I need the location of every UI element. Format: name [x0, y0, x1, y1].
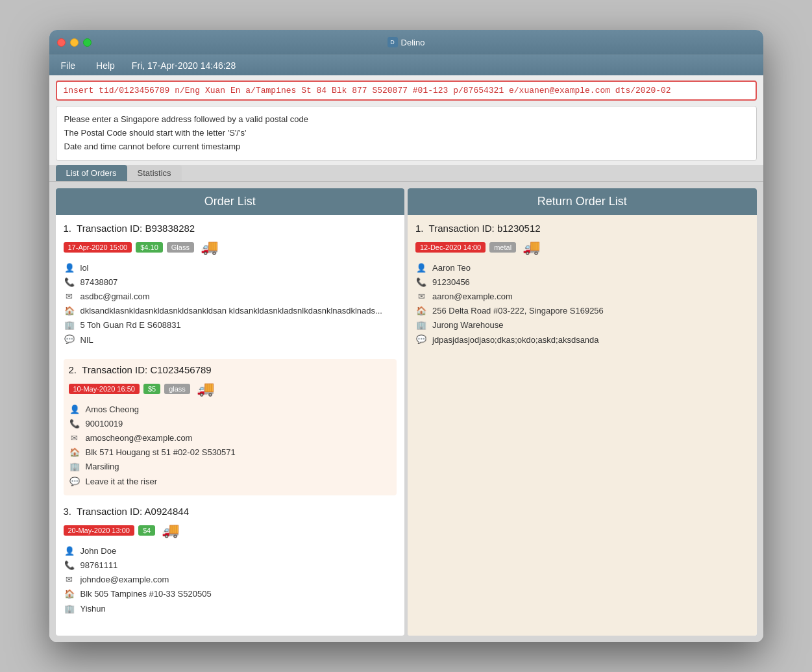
home-icon-1: 🏠	[64, 305, 75, 317]
return-home-icon-1: 🏠	[415, 305, 427, 317]
person-icon-1: 👤	[64, 262, 75, 274]
return-order-detail-warehouse-1: 🏢 Jurong Warehouse	[415, 319, 749, 331]
truck-icon-2: 🚚	[197, 380, 214, 397]
order-list-body[interactable]: 1. Transaction ID: B93838282 17-Apr-2020…	[56, 215, 405, 636]
return-order-list-panel: Return Order List 1. Transaction ID: b12…	[408, 188, 757, 636]
order-item-2: 2. Transaction ID: C1023456789 10-May-20…	[64, 359, 397, 495]
email-icon-2: ✉	[69, 432, 80, 444]
order-detail-name-1: 👤 lol	[64, 262, 397, 274]
truck-icon-3: 🚚	[162, 522, 179, 539]
order-detail-email-3: ✉ johndoe@example.com	[64, 574, 397, 586]
output-area: Please enter a Singapore address followe…	[56, 106, 757, 160]
return-order-badges-1: 12-Dec-2020 14:00 metal 🚚	[415, 239, 749, 256]
order-list-panel: Order List 1. Transaction ID: B93838282 …	[56, 188, 405, 636]
home-icon-3: 🏠	[64, 588, 75, 600]
order-badges-2: 10-May-2020 16:50 $5 glass 🚚	[69, 380, 392, 397]
order-detail-name-2: 👤 Amos Cheong	[69, 404, 392, 416]
app-icon: D	[388, 37, 398, 47]
home-icon-2: 🏠	[69, 447, 80, 458]
order-type-badge-1: Glass	[167, 242, 194, 253]
remarks-icon-1: 💬	[64, 334, 75, 346]
titlebar: D Delino	[49, 30, 763, 55]
output-line-2: The Postal Code should start with the le…	[64, 127, 748, 140]
order-detail-address-2: 🏠 Blk 571 Hougang st 51 #02-02 S530571	[69, 447, 392, 458]
minimize-button[interactable]	[70, 38, 79, 47]
output-line-1: Please enter a Singapore address followe…	[64, 113, 748, 127]
remarks-icon-2: 💬	[69, 476, 80, 488]
close-button[interactable]	[57, 38, 66, 47]
tabs-bar: List of Orders Statistics	[49, 165, 763, 182]
content-area: Order List 1. Transaction ID: B93838282 …	[49, 182, 763, 642]
order-detail-address2-3: 🏢 Yishun	[64, 603, 397, 615]
phone-icon-2: 📞	[69, 418, 80, 430]
command-area	[49, 75, 763, 106]
tab-list-of-orders[interactable]: List of Orders	[56, 165, 127, 181]
truck-icon-1: 🚚	[201, 239, 218, 256]
order-list-header: Order List	[56, 188, 405, 215]
maximize-button[interactable]	[83, 38, 92, 47]
order-price-badge-2: $5	[143, 384, 160, 394]
return-phone-icon-1: 📞	[415, 277, 427, 288]
return-email-icon-1: ✉	[415, 291, 427, 303]
order-title-2: 2. Transaction ID: C1023456789	[69, 364, 392, 375]
warehouse-icon-2: 🏢	[69, 461, 80, 473]
return-order-list-header: Return Order List	[408, 188, 757, 215]
return-truck-icon-1: 🚚	[523, 239, 540, 256]
menubar: File Help Fri, 17-Apr-2020 14:46:28	[49, 55, 763, 75]
phone-icon-1: 📞	[64, 277, 75, 288]
email-icon-3: ✉	[64, 574, 75, 586]
order-detail-email-2: ✉ amoscheong@example.com	[69, 432, 392, 444]
app-window: D Delino File Help Fri, 17-Apr-2020 14:4…	[49, 30, 763, 642]
order-date-badge-3: 20-May-2020 13:00	[64, 525, 134, 536]
traffic-lights	[57, 38, 92, 47]
return-order-list-body[interactable]: 1. Transaction ID: b1230512 12-Dec-2020 …	[408, 215, 757, 636]
return-person-icon-1: 👤	[415, 262, 427, 274]
order-badges-1: 17-Apr-2020 15:00 $4.10 Glass 🚚	[64, 239, 397, 256]
warehouse-icon-3: 🏢	[64, 603, 75, 615]
datetime-display: Fri, 17-Apr-2020 14:46:28	[132, 60, 236, 71]
return-order-detail-email-1: ✉ aaron@example.com	[415, 291, 749, 303]
order-badges-3: 20-May-2020 13:00 $4 🚚	[64, 522, 397, 539]
order-detail-remarks-2: 💬 Leave it at the riser	[69, 476, 392, 488]
return-order-item-1: 1. Transaction ID: b1230512 12-Dec-2020 …	[415, 223, 749, 346]
order-price-badge-1: $4.10	[136, 242, 163, 253]
order-date-badge-2: 10-May-2020 16:50	[69, 384, 140, 394]
order-type-badge-2: glass	[164, 384, 190, 394]
return-order-detail-remarks-1: 💬 jdpasjdasjodjaso;dkas;okdo;askd;aksdsa…	[415, 334, 749, 346]
order-title-1: 1. Transaction ID: B93838282	[64, 223, 397, 234]
return-remarks-icon-1: 💬	[415, 334, 427, 346]
command-input[interactable]	[56, 81, 757, 101]
person-icon-3: 👤	[64, 545, 75, 557]
help-menu[interactable]: Help	[92, 59, 119, 72]
order-detail-address-1: 🏠 dklsandklasnkldasnkldasnkldsankldsan k…	[64, 305, 397, 317]
phone-icon-3: 📞	[64, 560, 75, 571]
order-detail-phone-1: 📞 87438807	[64, 277, 397, 288]
order-detail-remarks-1: 💬 NIL	[64, 334, 397, 346]
return-order-type-badge-1: metal	[489, 242, 516, 253]
tab-statistics[interactable]: Statistics	[127, 165, 182, 181]
window-title: D Delino	[388, 37, 425, 47]
order-detail-address2-2: 🏢 Marsiling	[69, 461, 392, 473]
order-detail-address2-1: 🏢 5 Toh Guan Rd E S608831	[64, 319, 397, 331]
order-detail-address-3: 🏠 Blk 505 Tampines #10-33 S520505	[64, 588, 397, 600]
return-order-date-badge-1: 12-Dec-2020 14:00	[415, 242, 486, 253]
return-order-detail-address-1: 🏠 256 Delta Road #03-222, Singapore S169…	[415, 305, 749, 317]
file-menu[interactable]: File	[57, 59, 80, 72]
order-date-badge-1: 17-Apr-2020 15:00	[64, 242, 132, 253]
return-order-title-1: 1. Transaction ID: b1230512	[415, 223, 749, 234]
order-detail-email-1: ✉ asdbc@gmail.com	[64, 291, 397, 303]
return-warehouse-icon-1: 🏢	[415, 319, 427, 331]
return-order-detail-name-1: 👤 Aaron Teo	[415, 262, 749, 274]
order-title-3: 3. Transaction ID: A0924844	[64, 506, 397, 517]
order-item-1: 1. Transaction ID: B93838282 17-Apr-2020…	[64, 223, 397, 346]
order-item-3: 3. Transaction ID: A0924844 20-May-2020 …	[64, 506, 397, 615]
return-order-detail-phone-1: 📞 91230456	[415, 277, 749, 288]
output-line-3: Date and time cannot before current time…	[64, 140, 748, 154]
order-detail-phone-3: 📞 98761111	[64, 560, 397, 571]
person-icon-2: 👤	[69, 404, 80, 416]
order-detail-name-3: 👤 John Doe	[64, 545, 397, 557]
email-icon-1: ✉	[64, 291, 75, 303]
warehouse-icon-1: 🏢	[64, 319, 75, 331]
order-price-badge-3: $4	[138, 525, 155, 536]
order-detail-phone-2: 📞 90010019	[69, 418, 392, 430]
